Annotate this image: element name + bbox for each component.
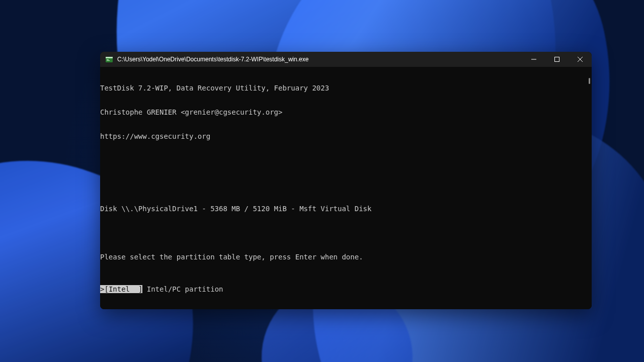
- header-line: https://www.cgsecurity.org: [100, 132, 210, 140]
- console-window: C:\Users\Yodel\OneDrive\Documents\testdi…: [100, 52, 592, 309]
- close-button[interactable]: [569, 52, 592, 67]
- disk-info: Disk \\.\PhysicalDrive1 - 5368 MB / 5120…: [100, 205, 371, 213]
- svg-rect-2: [107, 59, 109, 60]
- svg-rect-1: [106, 57, 113, 58]
- minimize-button[interactable]: [522, 52, 545, 67]
- maximize-button[interactable]: [545, 52, 569, 67]
- window-title: C:\Users\Yodel\OneDrive\Documents\testdi…: [117, 56, 308, 63]
- titlebar[interactable]: C:\Users\Yodel\OneDrive\Documents\testdi…: [100, 52, 592, 67]
- header-line: Christophe GRENIER <grenier@cgsecurity.o…: [100, 108, 282, 116]
- scrollbar-thumb[interactable]: [589, 78, 590, 84]
- desktop-wallpaper: C:\Users\Yodel\OneDrive\Documents\testdi…: [0, 0, 644, 362]
- header-line: TestDisk 7.2-WIP, Data Recovery Utility,…: [100, 84, 329, 92]
- menu-key: [Intel ]: [104, 285, 142, 293]
- prompt-text: Please select the partition table type, …: [100, 253, 363, 261]
- svg-rect-3: [107, 60, 110, 61]
- svg-rect-4: [555, 57, 559, 62]
- app-icon: [105, 55, 113, 63]
- terminal-output[interactable]: TestDisk 7.2-WIP, Data Recovery Utility,…: [100, 67, 592, 309]
- menu-item-intel[interactable]: >[Intel ] Intel/PC partition: [100, 285, 592, 293]
- menu-desc: Intel/PC partition: [147, 285, 223, 293]
